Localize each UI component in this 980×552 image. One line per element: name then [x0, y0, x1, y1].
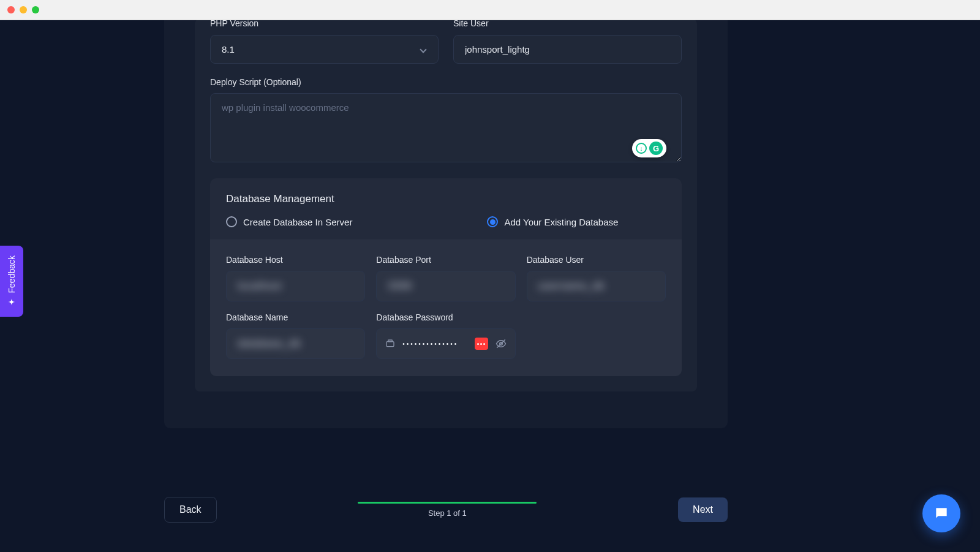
- db-name-input[interactable]: database_db: [226, 328, 365, 359]
- site-user-label: Site User: [453, 18, 682, 28]
- php-version-select[interactable]: 8.1: [210, 35, 439, 64]
- minimize-window-button[interactable]: [20, 6, 27, 13]
- next-button[interactable]: Next: [678, 497, 728, 522]
- svg-rect-1: [388, 340, 393, 342]
- deploy-script-label: Deploy Script (Optional): [210, 77, 682, 87]
- db-user-redacted: username_db: [538, 281, 605, 292]
- radio-existing-database-label: Add Your Existing Database: [504, 217, 618, 227]
- wizard-card: PHP Version 8.1 Site User Deploy Script …: [164, 19, 728, 428]
- db-name-redacted: database_db: [238, 338, 301, 349]
- db-port-redacted: 3306: [388, 281, 412, 292]
- database-section: Database Management Create Database In S…: [210, 178, 682, 376]
- db-host-label: Database Host: [226, 255, 365, 265]
- db-port-label: Database Port: [376, 255, 515, 265]
- toggle-password-visibility-icon[interactable]: [496, 338, 507, 349]
- php-version-value: 8.1: [222, 44, 235, 55]
- chat-fab[interactable]: [922, 494, 960, 532]
- db-user-input[interactable]: username_db: [527, 271, 666, 301]
- step-label: Step 1 of 1: [428, 509, 467, 518]
- db-password-value: ••••••••••••••: [402, 341, 467, 347]
- database-section-title: Database Management: [226, 193, 666, 205]
- db-password-input[interactable]: ••••••••••••••: [376, 328, 515, 359]
- password-prefix-icon: [385, 339, 395, 349]
- feedback-tab[interactable]: Feedback ✦: [0, 246, 23, 317]
- back-button[interactable]: Back: [164, 497, 217, 523]
- wizard-panel: PHP Version 8.1 Site User Deploy Script …: [195, 19, 697, 391]
- grammarly-arrow-icon: ↓: [636, 143, 647, 154]
- db-port-input[interactable]: 3306: [376, 271, 515, 301]
- close-window-button[interactable]: [7, 6, 15, 13]
- svg-rect-0: [386, 342, 394, 347]
- radio-existing-database[interactable]: Add Your Existing Database: [487, 216, 618, 227]
- sparkle-icon: ✦: [8, 297, 15, 307]
- wizard-footer: Back Step 1 of 1 Next: [164, 497, 728, 523]
- deploy-script-textarea[interactable]: [210, 93, 682, 162]
- radio-create-database-label: Create Database In Server: [243, 217, 352, 227]
- php-version-label: PHP Version: [210, 18, 439, 28]
- window-titlebar: [0, 0, 980, 20]
- chevron-down-icon: [420, 46, 426, 53]
- maximize-window-button[interactable]: [32, 6, 39, 13]
- grammarly-g-icon: G: [649, 142, 663, 155]
- feedback-label: Feedback: [7, 255, 17, 293]
- db-host-input[interactable]: localhost: [226, 271, 365, 301]
- chat-icon: [933, 505, 949, 521]
- app-viewport: PHP Version 8.1 Site User Deploy Script …: [0, 20, 980, 552]
- step-progress: Step 1 of 1: [358, 502, 537, 518]
- grammarly-widget[interactable]: ↓ G: [632, 139, 666, 157]
- db-name-label: Database Name: [226, 312, 365, 322]
- radio-create-database[interactable]: Create Database In Server: [226, 216, 352, 227]
- site-user-input[interactable]: [453, 35, 682, 64]
- db-host-redacted: localhost: [238, 281, 282, 292]
- password-manager-icon[interactable]: [475, 338, 488, 350]
- db-password-label: Database Password: [376, 312, 515, 322]
- db-user-label: Database User: [527, 255, 666, 265]
- progress-bar: [358, 502, 537, 504]
